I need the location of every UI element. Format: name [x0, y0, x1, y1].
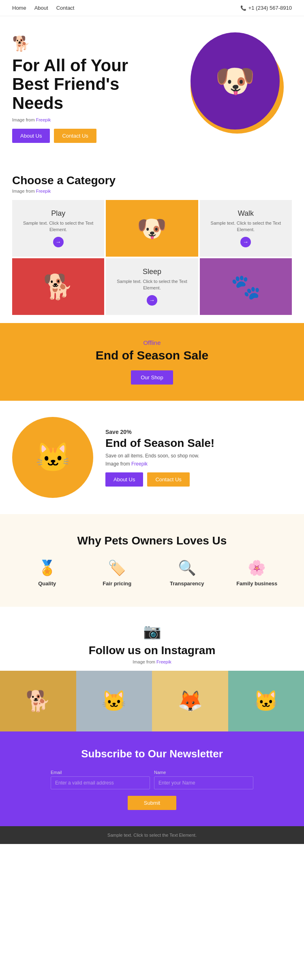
cat-walk-desc: Sample text. Click to select the Text El…: [204, 220, 288, 233]
sale-title: End of Season Sale: [12, 349, 292, 362]
why-icons: 🏅 Quality 🏷️ Fair pricing 🔍 Transparency…: [12, 559, 292, 587]
save-section: 🐱 Save 20% End of Season Sale! Save on a…: [0, 401, 304, 514]
hero-img-credit: Image from Freepik: [12, 117, 142, 122]
transparency-label: Transparency: [170, 580, 204, 587]
cat-image-circle: 🐱: [12, 417, 93, 498]
email-input[interactable]: [51, 776, 150, 789]
transparency-icon: 🔍: [178, 559, 196, 576]
hero-buttons: About Us Contact Us: [12, 129, 142, 143]
cat-walk-title: Walk: [238, 209, 254, 218]
save-contact-button[interactable]: Contact Us: [147, 472, 189, 487]
hero-about-button[interactable]: About Us: [12, 129, 50, 143]
newsletter-row: Email Name: [51, 770, 253, 789]
hero-right: 🐶: [170, 32, 292, 146]
insta-freepik-link[interactable]: Freepik: [156, 659, 171, 664]
newsletter-title: Subscribe to Our Newsletter: [12, 748, 292, 760]
why-family: 🌸 Family business: [222, 559, 292, 587]
cat-beagle-image: 🐶: [106, 200, 198, 257]
email-label: Email: [51, 770, 62, 775]
insta-image-3[interactable]: 🦊: [152, 671, 228, 731]
email-field-wrapper: Email: [51, 770, 150, 789]
why-quality: 🏅 Quality: [12, 559, 82, 587]
save-about-button[interactable]: About Us: [105, 472, 143, 487]
save-buttons: About Us Contact Us: [105, 472, 214, 487]
instagram-icon: 📷: [12, 623, 292, 640]
cat-play-desc: Sample text. Click to select the Text El…: [16, 220, 100, 233]
save-desc: Save on all items. Ends soon, so shop no…: [105, 453, 214, 459]
cat-sleep-title: Sleep: [143, 268, 161, 276]
cat-play-arrow[interactable]: →: [53, 237, 64, 247]
dog-icon: 🐕: [12, 35, 142, 52]
cat-walk: Walk Sample text. Click to select the Te…: [200, 200, 292, 257]
save-percent: Save 20%: [105, 429, 214, 435]
cat-walk-arrow[interactable]: →: [240, 237, 251, 247]
insta-img-credit: Image from Freepik: [12, 659, 292, 664]
category-img-credit: Image from Freepik: [12, 189, 292, 193]
cat-golden-image: 🐾: [200, 258, 292, 315]
insta-image-4[interactable]: 🐱: [228, 671, 304, 731]
freepik-link[interactable]: Freepik: [36, 117, 51, 122]
category-title: Choose a Category: [12, 174, 292, 187]
cat-sleep-desc: Sample text. Click to select the Text El…: [110, 278, 194, 291]
why-title: Why Pets Owners Loves Us: [12, 534, 292, 547]
family-icon: 🌸: [248, 559, 266, 576]
instagram-title: Follow us on Instagram: [12, 644, 292, 657]
newsletter-section: Subscribe to Our Newsletter Email Name S…: [0, 731, 304, 826]
hero-dog-image: 🐶: [191, 32, 280, 130]
why-transparency: 🔍 Transparency: [152, 559, 222, 587]
insta-image-1[interactable]: 🐕: [0, 671, 76, 731]
family-label: Family business: [236, 580, 277, 587]
pricing-icon: 🏷️: [108, 559, 126, 576]
insta-image-2[interactable]: 🐱: [76, 671, 152, 731]
save-text: Save 20% End of Season Sale! Save on all…: [105, 429, 214, 487]
name-label: Name: [154, 770, 166, 775]
offline-label: Offline: [12, 339, 292, 346]
why-section: Why Pets Owners Loves Us 🏅 Quality 🏷️ Fa…: [0, 514, 304, 607]
sale-banner: Offline End of Season Sale Our Shop: [0, 323, 304, 401]
category-section: Choose a Category Image from Freepik Pla…: [0, 158, 304, 323]
name-field-wrapper: Name: [154, 770, 253, 789]
instagram-section: 📷 Follow us on Instagram Image from Free…: [0, 607, 304, 731]
footer: Sample text. Click to select the Text El…: [0, 826, 304, 844]
quality-icon: 🏅: [38, 559, 56, 576]
save-img-credit: Image from Freepik: [105, 461, 214, 467]
cat-play-title: Play: [51, 209, 65, 218]
why-pricing: 🏷️ Fair pricing: [82, 559, 152, 587]
nav-contact[interactable]: Contact: [56, 5, 75, 11]
quality-label: Quality: [38, 580, 56, 587]
navbar: Home About Contact +1 (234) 567-8910: [0, 0, 304, 16]
phone-number: +1 (234) 567-8910: [240, 5, 292, 11]
nav-links: Home About Contact: [12, 5, 74, 11]
footer-text: Sample text. Click to select the Text El…: [12, 833, 292, 838]
cat-play: Play Sample text. Click to select the Te…: [12, 200, 104, 257]
hero-contact-button[interactable]: Contact Us: [54, 129, 96, 143]
name-input[interactable]: [154, 776, 253, 789]
cat-freepik-link[interactable]: Freepik: [36, 189, 51, 193]
instagram-grid: 🐕 🐱 🦊 🐱: [0, 671, 304, 731]
category-grid: Play Sample text. Click to select the Te…: [12, 200, 292, 315]
cat-sleep-arrow[interactable]: →: [147, 295, 157, 306]
pricing-label: Fair pricing: [103, 580, 131, 587]
cat-bulldog-image: 🐕: [12, 258, 104, 315]
hero-title: For All of Your Best Friend's Needs: [12, 56, 142, 113]
newsletter-form: Email Name Submit: [12, 770, 292, 810]
our-shop-button[interactable]: Our Shop: [131, 370, 173, 385]
save-freepik-link[interactable]: Freepik: [131, 461, 148, 467]
submit-button[interactable]: Submit: [128, 796, 176, 810]
nav-home[interactable]: Home: [12, 5, 26, 11]
hero-section: 🐕 For All of Your Best Friend's Needs Im…: [0, 16, 304, 158]
hero-left: 🐕 For All of Your Best Friend's Needs Im…: [12, 35, 142, 143]
nav-about[interactable]: About: [34, 5, 48, 11]
cat-sleep: Sleep Sample text. Click to select the T…: [106, 258, 198, 315]
save-title: End of Season Sale!: [105, 437, 214, 450]
